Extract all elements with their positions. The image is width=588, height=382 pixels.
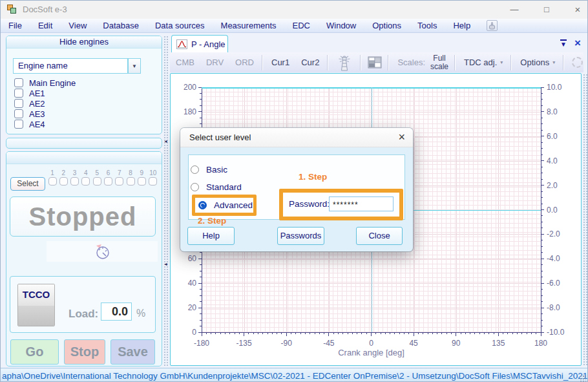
load-input[interactable] (101, 302, 132, 321)
right-minor-tick (541, 252, 543, 253)
left-splitter[interactable]: ◄ ◄ (163, 36, 169, 366)
options-dropdown[interactable]: Options ▾ (514, 58, 561, 67)
grid-layout-icon[interactable] (368, 56, 382, 69)
resize-grip[interactable] (580, 375, 586, 381)
collapse-left-icon[interactable]: ◄ (163, 262, 168, 266)
menu-file[interactable]: File (8, 21, 22, 30)
cur2-button[interactable]: Cur2 (295, 58, 325, 67)
stop-button[interactable]: Stop (64, 339, 105, 365)
cylinder-cell: 2 (58, 169, 68, 186)
menu-view[interactable]: View (68, 21, 87, 30)
hide-engines-header[interactable]: Hide engines (6, 36, 162, 48)
help-button[interactable]: Help (187, 227, 235, 245)
maximize-button-icon[interactable]: □ (537, 3, 556, 16)
cylinder-checkbox[interactable] (138, 177, 146, 186)
menu-help[interactable]: Help (453, 21, 470, 30)
x-minor-tick (272, 332, 273, 334)
save-button[interactable]: Save (110, 339, 155, 365)
radio-basic[interactable] (191, 165, 199, 174)
tcco-button[interactable]: TCCO (17, 284, 55, 326)
chart-close-icon[interactable]: × (574, 37, 581, 50)
right-minor-tick (541, 271, 543, 271)
right-minor-tick (541, 148, 543, 149)
engine-name-combobox[interactable]: Engine name (13, 58, 128, 74)
left-tick-label: 200 (176, 83, 196, 92)
app-window: DocSoft e-3 — □ × File Edit View Databas… (0, 0, 588, 382)
pin-collapse-icon[interactable]: ▼ (560, 39, 567, 48)
chevron-down-icon[interactable]: ▼ (128, 58, 141, 74)
right-minor-tick (541, 301, 543, 302)
cmb-button[interactable]: CMB (170, 58, 200, 67)
cylinder-cell: 1 (47, 169, 58, 186)
menu-data-sources[interactable]: Data sources (155, 21, 205, 30)
cylinder-checkbox[interactable] (48, 177, 57, 186)
cylinder-checkbox[interactable] (81, 177, 90, 186)
cylinder-checkbox[interactable] (59, 177, 68, 186)
engine-checkbox[interactable] (14, 120, 23, 129)
gauge-icon (92, 242, 112, 261)
full-scale-button[interactable]: Full scale (426, 54, 452, 71)
menu-edc[interactable]: EDC (293, 21, 310, 30)
right-tick (541, 185, 544, 186)
left-tick-label: 60 (176, 254, 196, 263)
left-tick (198, 259, 202, 259)
collapsed-panel[interactable] (6, 138, 162, 149)
x-minor-tick (484, 332, 485, 334)
menu-tools[interactable]: Tools (417, 21, 437, 30)
x-tick-label: 90 (443, 339, 469, 348)
left-minor-tick (200, 105, 202, 106)
cylinder-checkbox[interactable] (115, 177, 123, 186)
cylinder-checkbox[interactable] (104, 177, 112, 186)
go-button[interactable]: Go (10, 339, 59, 365)
engine-checkbox[interactable] (14, 109, 23, 118)
x-minor-tick (474, 332, 475, 334)
dialog-close-icon[interactable]: × (398, 131, 405, 144)
menu-measurements[interactable]: Measurements (221, 21, 277, 30)
cylinder-checkbox[interactable] (149, 177, 157, 186)
x-minor-tick (394, 332, 395, 334)
x-minor-tick (268, 332, 268, 334)
x-minor-tick (437, 332, 437, 334)
x-minor-tick (512, 332, 513, 334)
x-minor-tick (253, 332, 254, 334)
engine-checkbox[interactable] (14, 89, 23, 98)
hand-pointer-icon[interactable] (487, 20, 498, 31)
collapse-left-icon[interactable]: ◄ (163, 139, 168, 143)
menu-edit[interactable]: Edit (38, 21, 52, 30)
menu-database[interactable]: Database (103, 21, 139, 30)
cylinder-number: 5 (92, 169, 102, 176)
lighthouse-icon[interactable] (335, 54, 354, 72)
chevron-down-icon: ▾ (500, 59, 503, 65)
close-dialog-button[interactable]: Close (356, 227, 403, 245)
x-minor-tick (281, 332, 282, 334)
x-minor-tick (381, 332, 381, 334)
engine-label: AE1 (29, 89, 45, 98)
close-button-icon[interactable]: × (568, 3, 587, 16)
ord-button[interactable]: ORD (229, 58, 260, 67)
x-minor-tick (352, 332, 353, 334)
password-input[interactable] (329, 196, 394, 211)
radio-row-standard[interactable]: Standard (191, 182, 242, 192)
cylinder-checkbox[interactable] (93, 177, 101, 186)
minimize-button-icon[interactable]: — (505, 3, 524, 16)
engine-checkbox[interactable] (14, 78, 23, 87)
engine-control-panel-header[interactable] (6, 152, 162, 164)
drv-button[interactable]: DRV (200, 58, 229, 67)
cylinder-checkbox[interactable] (70, 177, 79, 186)
engine-checkbox[interactable] (14, 99, 23, 108)
chevron-down-icon: ▾ (552, 59, 555, 65)
cur1-button[interactable]: Cur1 (266, 58, 295, 67)
radio-standard[interactable] (191, 183, 199, 191)
select-button[interactable]: Select (10, 177, 45, 191)
passwords-button[interactable]: Passwords (277, 227, 324, 245)
cylinder-checkbox[interactable] (127, 177, 135, 186)
tab-p-angle[interactable]: P - Angle (171, 35, 228, 52)
menu-window[interactable]: Window (326, 21, 356, 30)
x-minor-tick (248, 332, 249, 334)
radio-row-advanced[interactable]: Advanced (198, 200, 253, 210)
menu-options[interactable]: Options (372, 21, 401, 30)
tdc-adj-dropdown[interactable]: TDC adj. ▾ (458, 58, 509, 67)
tcco-load-box: TCCO Load: % (10, 276, 156, 333)
radio-advanced[interactable] (198, 201, 207, 209)
radio-row-basic[interactable]: Basic (191, 165, 227, 175)
